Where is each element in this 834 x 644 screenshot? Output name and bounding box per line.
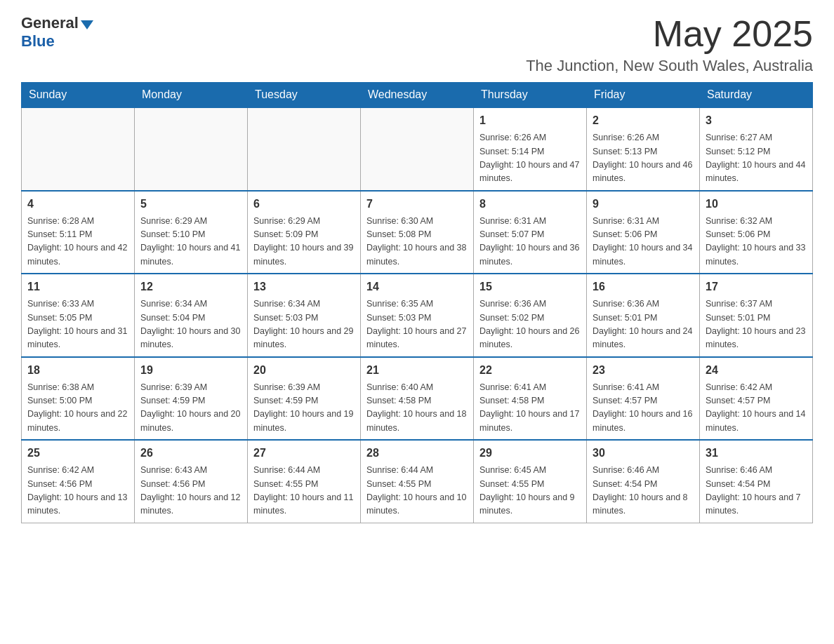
day-info: Sunrise: 6:31 AM Sunset: 5:07 PM Dayligh… xyxy=(479,215,581,269)
calendar-day-cell xyxy=(135,107,248,191)
calendar-day-cell: 23Sunrise: 6:41 AM Sunset: 4:57 PM Dayli… xyxy=(587,357,700,441)
calendar-day-cell: 27Sunrise: 6:44 AM Sunset: 4:55 PM Dayli… xyxy=(248,440,361,523)
day-info: Sunrise: 6:30 AM Sunset: 5:08 PM Dayligh… xyxy=(366,215,468,269)
calendar-day-header: Monday xyxy=(135,83,248,108)
day-info: Sunrise: 6:29 AM Sunset: 5:10 PM Dayligh… xyxy=(140,215,241,269)
calendar-day-cell: 24Sunrise: 6:42 AM Sunset: 4:57 PM Dayli… xyxy=(700,357,813,441)
day-number: 10 xyxy=(706,196,807,213)
day-info: Sunrise: 6:29 AM Sunset: 5:09 PM Dayligh… xyxy=(253,215,355,269)
calendar-day-cell: 26Sunrise: 6:43 AM Sunset: 4:56 PM Dayli… xyxy=(135,440,248,523)
day-number: 13 xyxy=(253,279,355,295)
calendar-day-cell: 8Sunrise: 6:31 AM Sunset: 5:07 PM Daylig… xyxy=(474,191,587,274)
day-info: Sunrise: 6:44 AM Sunset: 4:55 PM Dayligh… xyxy=(253,464,355,518)
day-info: Sunrise: 6:27 AM Sunset: 5:12 PM Dayligh… xyxy=(706,131,807,186)
calendar-week-row: 1Sunrise: 6:26 AM Sunset: 5:14 PM Daylig… xyxy=(22,107,813,191)
calendar-day-cell: 17Sunrise: 6:37 AM Sunset: 5:01 PM Dayli… xyxy=(700,274,813,357)
calendar-day-cell: 9Sunrise: 6:31 AM Sunset: 5:06 PM Daylig… xyxy=(587,191,700,274)
calendar-table: SundayMondayTuesdayWednesdayThursdayFrid… xyxy=(21,82,813,523)
day-info: Sunrise: 6:39 AM Sunset: 4:59 PM Dayligh… xyxy=(140,381,241,436)
day-number: 19 xyxy=(140,362,241,379)
day-info: Sunrise: 6:37 AM Sunset: 5:01 PM Dayligh… xyxy=(706,297,807,352)
day-number: 29 xyxy=(479,445,581,462)
day-info: Sunrise: 6:46 AM Sunset: 4:54 PM Dayligh… xyxy=(593,464,694,518)
calendar-day-cell: 15Sunrise: 6:36 AM Sunset: 5:02 PM Dayli… xyxy=(474,274,587,357)
calendar-day-cell: 12Sunrise: 6:34 AM Sunset: 5:04 PM Dayli… xyxy=(135,274,248,357)
day-info: Sunrise: 6:39 AM Sunset: 4:59 PM Dayligh… xyxy=(253,381,355,436)
day-number: 15 xyxy=(479,279,581,295)
calendar-day-header: Tuesday xyxy=(248,83,361,108)
day-info: Sunrise: 6:40 AM Sunset: 4:58 PM Dayligh… xyxy=(366,381,468,436)
day-number: 26 xyxy=(140,445,241,462)
calendar-day-cell: 14Sunrise: 6:35 AM Sunset: 5:03 PM Dayli… xyxy=(361,274,474,357)
day-number: 25 xyxy=(27,445,128,462)
logo: General Blue xyxy=(21,14,93,51)
day-number: 31 xyxy=(706,445,807,462)
calendar-week-row: 11Sunrise: 6:33 AM Sunset: 5:05 PM Dayli… xyxy=(22,274,813,357)
location-subtitle: The Junction, New South Wales, Australia xyxy=(526,57,813,75)
calendar-week-row: 18Sunrise: 6:38 AM Sunset: 5:00 PM Dayli… xyxy=(22,357,813,441)
day-info: Sunrise: 6:26 AM Sunset: 5:14 PM Dayligh… xyxy=(479,131,581,186)
calendar-day-header: Sunday xyxy=(22,83,135,108)
day-info: Sunrise: 6:32 AM Sunset: 5:06 PM Dayligh… xyxy=(706,215,807,269)
day-info: Sunrise: 6:46 AM Sunset: 4:54 PM Dayligh… xyxy=(706,464,807,518)
day-number: 3 xyxy=(706,112,807,129)
calendar-day-cell: 30Sunrise: 6:46 AM Sunset: 4:54 PM Dayli… xyxy=(587,440,700,523)
day-number: 11 xyxy=(27,279,128,295)
day-info: Sunrise: 6:26 AM Sunset: 5:13 PM Dayligh… xyxy=(593,131,694,186)
day-info: Sunrise: 6:42 AM Sunset: 4:56 PM Dayligh… xyxy=(27,464,128,518)
calendar-day-cell: 18Sunrise: 6:38 AM Sunset: 5:00 PM Dayli… xyxy=(22,357,135,441)
page-header: General Blue May 2025 The Junction, New … xyxy=(21,14,813,75)
logo-arrow-icon xyxy=(81,20,93,29)
day-number: 18 xyxy=(27,362,128,379)
day-number: 7 xyxy=(366,196,468,213)
day-info: Sunrise: 6:35 AM Sunset: 5:03 PM Dayligh… xyxy=(366,297,468,352)
logo-blue: Blue xyxy=(21,32,55,51)
day-info: Sunrise: 6:33 AM Sunset: 5:05 PM Dayligh… xyxy=(27,297,128,352)
day-info: Sunrise: 6:34 AM Sunset: 5:04 PM Dayligh… xyxy=(140,297,241,352)
calendar-day-cell: 6Sunrise: 6:29 AM Sunset: 5:09 PM Daylig… xyxy=(248,191,361,274)
calendar-day-cell: 20Sunrise: 6:39 AM Sunset: 4:59 PM Dayli… xyxy=(248,357,361,441)
calendar-day-header: Thursday xyxy=(474,83,587,108)
calendar-day-cell xyxy=(22,107,135,191)
day-info: Sunrise: 6:45 AM Sunset: 4:55 PM Dayligh… xyxy=(479,464,581,518)
calendar-day-cell: 11Sunrise: 6:33 AM Sunset: 5:05 PM Dayli… xyxy=(22,274,135,357)
day-number: 6 xyxy=(253,196,355,213)
calendar-week-row: 25Sunrise: 6:42 AM Sunset: 4:56 PM Dayli… xyxy=(22,440,813,523)
day-number: 20 xyxy=(253,362,355,379)
calendar-day-cell: 4Sunrise: 6:28 AM Sunset: 5:11 PM Daylig… xyxy=(22,191,135,274)
calendar-day-cell: 5Sunrise: 6:29 AM Sunset: 5:10 PM Daylig… xyxy=(135,191,248,274)
day-number: 2 xyxy=(593,112,694,129)
calendar-week-row: 4Sunrise: 6:28 AM Sunset: 5:11 PM Daylig… xyxy=(22,191,813,274)
calendar-day-cell: 29Sunrise: 6:45 AM Sunset: 4:55 PM Dayli… xyxy=(474,440,587,523)
day-info: Sunrise: 6:31 AM Sunset: 5:06 PM Dayligh… xyxy=(593,215,694,269)
calendar-day-header: Friday xyxy=(587,83,700,108)
calendar-day-cell: 22Sunrise: 6:41 AM Sunset: 4:58 PM Dayli… xyxy=(474,357,587,441)
day-number: 27 xyxy=(253,445,355,462)
day-info: Sunrise: 6:41 AM Sunset: 4:57 PM Dayligh… xyxy=(593,381,694,436)
day-number: 22 xyxy=(479,362,581,379)
day-number: 23 xyxy=(593,362,694,379)
calendar-day-cell: 28Sunrise: 6:44 AM Sunset: 4:55 PM Dayli… xyxy=(361,440,474,523)
calendar-day-cell xyxy=(248,107,361,191)
day-number: 8 xyxy=(479,196,581,213)
calendar-header-row: SundayMondayTuesdayWednesdayThursdayFrid… xyxy=(22,83,813,108)
calendar-day-cell: 3Sunrise: 6:27 AM Sunset: 5:12 PM Daylig… xyxy=(700,107,813,191)
month-year-title: May 2025 xyxy=(526,14,813,54)
day-info: Sunrise: 6:43 AM Sunset: 4:56 PM Dayligh… xyxy=(140,464,241,518)
logo-general: General xyxy=(21,14,79,32)
calendar-day-cell: 19Sunrise: 6:39 AM Sunset: 4:59 PM Dayli… xyxy=(135,357,248,441)
day-number: 24 xyxy=(706,362,807,379)
calendar-day-cell: 25Sunrise: 6:42 AM Sunset: 4:56 PM Dayli… xyxy=(22,440,135,523)
calendar-day-header: Wednesday xyxy=(361,83,474,108)
day-info: Sunrise: 6:36 AM Sunset: 5:01 PM Dayligh… xyxy=(593,297,694,352)
day-number: 9 xyxy=(593,196,694,213)
calendar-day-cell: 7Sunrise: 6:30 AM Sunset: 5:08 PM Daylig… xyxy=(361,191,474,274)
day-number: 21 xyxy=(366,362,468,379)
day-info: Sunrise: 6:36 AM Sunset: 5:02 PM Dayligh… xyxy=(479,297,581,352)
day-number: 5 xyxy=(140,196,241,213)
title-block: May 2025 The Junction, New South Wales, … xyxy=(526,14,813,75)
calendar-day-cell xyxy=(361,107,474,191)
day-number: 30 xyxy=(593,445,694,462)
day-number: 16 xyxy=(593,279,694,295)
day-number: 17 xyxy=(706,279,807,295)
